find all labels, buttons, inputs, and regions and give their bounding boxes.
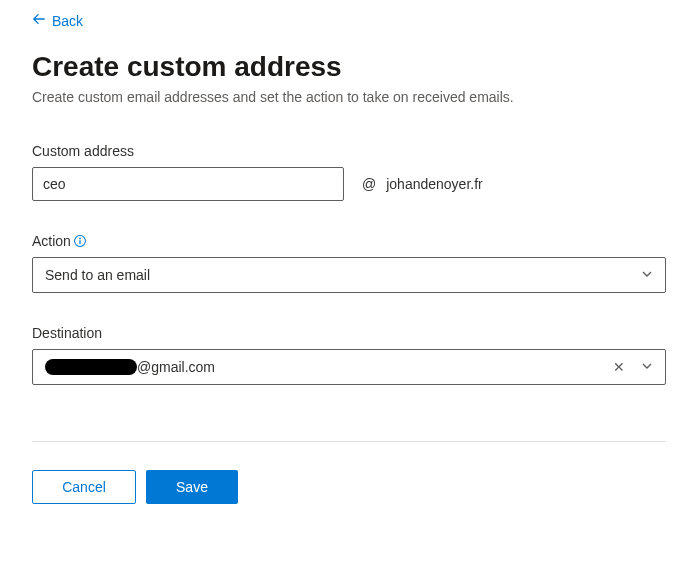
cancel-button[interactable]: Cancel xyxy=(32,470,136,504)
page-subtitle: Create custom email addresses and set th… xyxy=(32,89,666,105)
custom-address-input[interactable] xyxy=(32,167,344,201)
chevron-down-icon xyxy=(641,267,653,283)
destination-label: Destination xyxy=(32,325,666,341)
action-label: Action xyxy=(32,233,71,249)
arrow-left-icon xyxy=(32,12,52,29)
domain-text: johandenoyer.fr xyxy=(386,176,483,192)
back-link[interactable]: Back xyxy=(32,12,83,29)
action-select[interactable]: Send to an email xyxy=(32,257,666,293)
clear-icon[interactable]: ✕ xyxy=(613,359,625,375)
svg-rect-2 xyxy=(79,240,80,244)
info-icon[interactable] xyxy=(73,234,87,248)
at-sign: @ xyxy=(362,176,376,192)
chevron-down-icon xyxy=(641,359,653,375)
action-select-value: Send to an email xyxy=(45,267,641,283)
destination-input[interactable]: @gmail.com ✕ xyxy=(32,349,666,385)
destination-suffix: @gmail.com xyxy=(137,359,215,375)
divider xyxy=(32,441,666,442)
page-title: Create custom address xyxy=(32,51,666,83)
svg-point-1 xyxy=(79,238,81,240)
save-button[interactable]: Save xyxy=(146,470,238,504)
redacted-prefix xyxy=(45,359,137,375)
back-label: Back xyxy=(52,13,83,29)
custom-address-label: Custom address xyxy=(32,143,666,159)
